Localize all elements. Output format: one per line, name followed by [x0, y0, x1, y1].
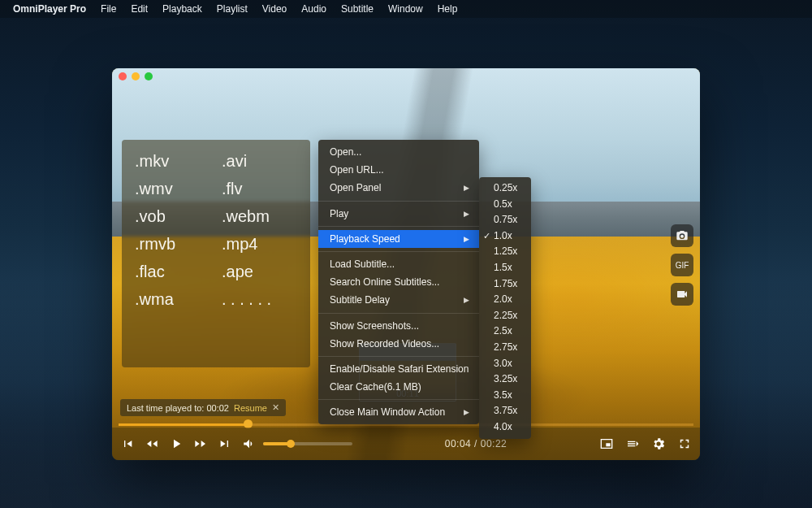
menubar-app-name[interactable]: OmniPlayer Pro	[13, 3, 86, 15]
menubar-file[interactable]: File	[101, 3, 116, 15]
format-item: .rmvb	[135, 234, 215, 254]
ctx-open-url[interactable]: Open URL...	[318, 161, 479, 179]
ctx-show-screenshots[interactable]: Show Screenshots...	[318, 317, 479, 335]
menubar-playlist[interactable]: Playlist	[217, 3, 248, 15]
speed-option[interactable]: 0.5x	[479, 197, 531, 213]
time-display: 00:04 / 00:22	[445, 438, 508, 449]
volume-knob[interactable]	[287, 440, 295, 448]
supported-formats-overlay: .mkv .avi .wmv .flv .vob .webm .rmvb .mp…	[122, 140, 310, 367]
ctx-separator	[318, 313, 479, 314]
system-menubar: OmniPlayer Pro File Edit Playback Playli…	[0, 0, 812, 18]
mute-button[interactable]	[242, 436, 257, 451]
ctx-playback-speed[interactable]: Playback Speed▶	[318, 230, 479, 248]
speed-option[interactable]: 2.0x	[479, 292, 531, 308]
resume-link[interactable]: Resume	[234, 403, 267, 413]
ctx-safari-ext[interactable]: Enable/Disable Safari Extension	[318, 360, 479, 378]
context-menu: Open... Open URL... Open Panel▶ Play▶ Pl…	[318, 140, 479, 424]
traffic-light-minimize[interactable]	[132, 72, 140, 80]
ctx-play[interactable]: Play▶	[318, 205, 479, 223]
speed-option[interactable]: 1.5x	[479, 260, 531, 276]
format-item: .mp4	[222, 234, 302, 254]
resume-toast-text: Last time played to: 00:02	[127, 403, 229, 413]
forward-button[interactable]	[193, 436, 208, 451]
format-item: .avi	[222, 151, 302, 171]
traffic-light-zoom[interactable]	[145, 72, 153, 80]
close-icon[interactable]: ✕	[272, 402, 279, 413]
volume-slider[interactable]	[263, 442, 352, 445]
speed-option-selected[interactable]: 1.0x	[479, 228, 531, 245]
chevron-right-icon: ▶	[464, 234, 469, 244]
ctx-search-subs[interactable]: Search Online Subtitles...	[318, 273, 479, 291]
control-bar: 00:04 / 00:22	[112, 428, 700, 460]
traffic-light-close[interactable]	[119, 72, 127, 80]
next-track-button[interactable]	[218, 436, 232, 451]
ctx-open-panel[interactable]: Open Panel▶	[318, 179, 479, 197]
speed-option[interactable]: 0.75x	[479, 212, 531, 228]
resume-toast: Last time played to: 00:02 Resume ✕	[120, 399, 286, 416]
chevron-right-icon: ▶	[464, 295, 469, 305]
playlist-button[interactable]	[625, 436, 640, 451]
speed-option[interactable]: 4.0x	[479, 419, 531, 436]
menubar-subtitle[interactable]: Subtitle	[341, 3, 374, 15]
speed-option[interactable]: 1.75x	[479, 276, 531, 293]
ctx-open[interactable]: Open...	[318, 143, 479, 161]
list-icon	[625, 437, 640, 450]
ctx-load-subtitle[interactable]: Load Subtitle...	[318, 255, 479, 273]
speed-option[interactable]: 3.0x	[479, 356, 531, 372]
ctx-separator	[318, 226, 479, 227]
rewind-icon	[145, 437, 159, 450]
ctx-subtitle-delay[interactable]: Subtitle Delay▶	[318, 291, 479, 309]
format-item: .flv	[222, 179, 302, 198]
record-icon	[676, 288, 689, 301]
menubar-edit[interactable]: Edit	[131, 3, 148, 15]
player-window: GIF .mkv .avi .wmv .flv .vob .webm .rmvb…	[112, 68, 700, 460]
pip-icon	[599, 437, 614, 450]
gear-icon	[651, 436, 666, 451]
fullscreen-button[interactable]	[677, 436, 692, 451]
chevron-right-icon: ▶	[464, 209, 469, 219]
menubar-window[interactable]: Window	[388, 3, 423, 15]
ctx-separator	[318, 251, 479, 252]
camera-icon	[676, 229, 689, 242]
record-button[interactable]	[671, 283, 693, 306]
forward-icon	[193, 437, 208, 450]
menubar-video[interactable]: Video	[262, 3, 287, 15]
window-titlebar	[112, 68, 700, 85]
speed-option[interactable]: 3.25x	[479, 371, 531, 388]
ctx-separator	[318, 399, 479, 400]
ctx-clear-cache[interactable]: Clear Cache(6.1 MB)	[318, 378, 479, 396]
menubar-help[interactable]: Help	[438, 3, 458, 15]
menubar-audio[interactable]: Audio	[301, 3, 326, 15]
ctx-separator	[318, 201, 479, 202]
playback-speed-submenu: 0.25x 0.5x 0.75x 1.0x 1.25x 1.5x 1.75x 2…	[479, 177, 531, 439]
ctx-show-recordings[interactable]: Show Recorded Videos...	[318, 335, 479, 353]
transport-controls	[120, 436, 232, 451]
ctx-close-action[interactable]: Close Main Window Action▶	[318, 403, 479, 421]
prev-track-button[interactable]	[120, 436, 135, 451]
format-item: .wmv	[135, 179, 215, 198]
chevron-right-icon: ▶	[464, 407, 469, 417]
pip-button[interactable]	[599, 436, 614, 451]
rewind-button[interactable]	[145, 436, 159, 451]
format-item: .vob	[135, 206, 215, 226]
speed-option[interactable]: 2.5x	[479, 323, 531, 340]
play-button[interactable]	[169, 436, 184, 451]
gif-button[interactable]: GIF	[671, 254, 693, 276]
speed-option[interactable]: 3.75x	[479, 403, 531, 419]
screenshot-button[interactable]	[671, 224, 693, 247]
right-controls	[599, 436, 692, 451]
speed-option[interactable]: 2.75x	[479, 340, 531, 356]
format-item: .wma	[135, 289, 215, 309]
skip-forward-icon	[218, 437, 231, 450]
menubar-playback[interactable]: Playback	[162, 3, 202, 15]
speed-option[interactable]: 1.25x	[479, 244, 531, 260]
speed-option[interactable]: 0.25x	[479, 180, 531, 197]
format-item: .ape	[222, 262, 302, 281]
side-toolbar: GIF	[671, 224, 693, 306]
settings-button[interactable]	[651, 436, 666, 451]
skip-back-icon	[121, 437, 134, 450]
volume-control	[242, 436, 352, 451]
speed-option[interactable]: 3.5x	[479, 388, 531, 404]
speed-option[interactable]: 2.25x	[479, 308, 531, 324]
chevron-right-icon: ▶	[464, 183, 469, 193]
